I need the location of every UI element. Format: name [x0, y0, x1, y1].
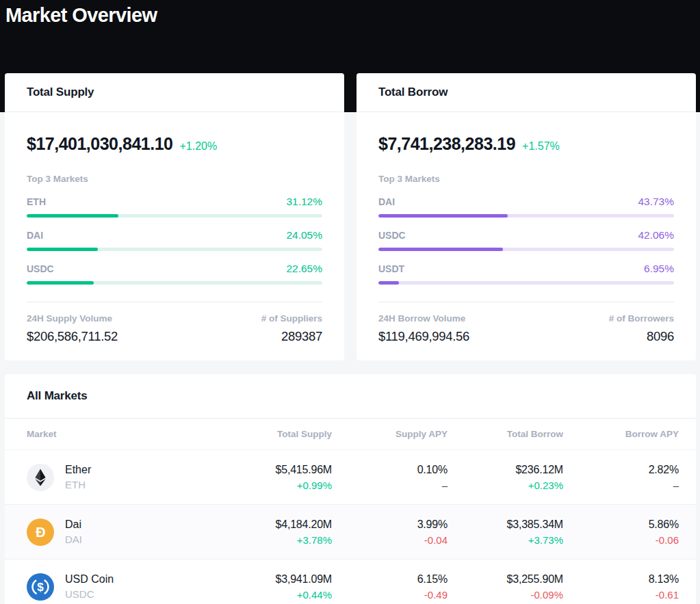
markets-table-header: Market Total Supply Supply APY Total Bor… — [5, 418, 696, 449]
borrow-bar-percent: 43.73% — [638, 196, 674, 208]
coin-name: Dai — [65, 518, 82, 531]
cell-supply-apy: 3.99% -0.04 — [332, 518, 448, 546]
cell-sub-value: – — [563, 480, 679, 491]
progress-bar-fill — [27, 214, 118, 218]
coin-names: Dai DAI — [65, 518, 82, 545]
total-borrow-change: +1.57% — [522, 140, 560, 153]
coin-names: Ether ETH — [65, 464, 91, 490]
borrow-bar-label-row: DAI 43.73% — [378, 196, 674, 208]
progress-bar-fill — [378, 214, 508, 218]
total-supply-card-body: $17,401,030,841.10 +1.20% Top 3 Markets … — [5, 134, 344, 344]
borrow-market-bar-dai: DAI 43.73% — [378, 196, 674, 218]
cell-sub-value: +3.78% — [216, 534, 332, 546]
usdc-icon: $ — [27, 573, 54, 601]
column-header-supply-apy: Supply APY — [332, 429, 448, 439]
total-borrow-headline: $7,741,238,283.19 +1.57% — [378, 134, 674, 154]
all-markets-card: All Markets Market Total Supply Supply A… — [5, 374, 696, 604]
all-markets-title: All Markets — [27, 389, 88, 403]
suppliers-count-label: # of Suppliers — [261, 313, 322, 324]
progress-bar-fill — [27, 281, 94, 285]
cell-sub-value: – — [332, 480, 448, 491]
borrow-volume-value: $119,469,994.56 — [378, 329, 469, 344]
progress-bar-track — [27, 281, 322, 285]
market-cell: $ USD Coin USDC — [27, 573, 216, 601]
cell-sub-value: +0.23% — [448, 480, 563, 491]
cell-borrow-apy: 5.86% -0.06 — [563, 518, 679, 546]
supply-bar-percent: 24.05% — [286, 229, 322, 241]
main-content: Total Supply $17,401,030,841.10 +1.20% T… — [0, 73, 700, 604]
cell-main-value: 0.10% — [332, 464, 448, 476]
borrow-stats: 24H Borrow Volume $119,469,994.56 # of B… — [378, 302, 674, 344]
supply-market-bar-usdc: USDC 22.65% — [27, 263, 322, 285]
supply-bar-symbol: USDC — [27, 263, 54, 274]
market-cell: Ð Dai DAI — [27, 518, 216, 546]
borrow-bar-symbol: USDT — [378, 263, 404, 274]
total-supply-change: +1.20% — [179, 140, 217, 153]
cell-main-value: 3.99% — [332, 518, 448, 531]
cell-main-value: $5,415.96M — [216, 464, 332, 476]
supply-volume-label: 24H Supply Volume — [27, 313, 118, 324]
coin-symbol: ETH — [65, 479, 91, 490]
total-supply-card-header: Total Supply — [5, 73, 344, 112]
table-row-usdc[interactable]: $ USD Coin USDC $3,941.09M +0.44% 6.15% … — [5, 559, 696, 604]
progress-bar-fill — [378, 281, 399, 285]
cell-total-supply: $3,941.09M +0.44% — [216, 573, 332, 601]
coin-symbol: DAI — [65, 534, 82, 545]
progress-bar-fill — [27, 248, 98, 251]
supply-bar-label-row: DAI 24.05% — [27, 229, 322, 241]
coin-symbol: USDC — [65, 588, 114, 600]
borrow-bar-label-row: USDT 6.95% — [378, 263, 674, 275]
column-header-total-borrow: Total Borrow — [448, 429, 563, 439]
eth-icon — [27, 464, 54, 491]
supply-bar-symbol: ETH — [27, 196, 46, 207]
cell-supply-apy: 0.10% – — [332, 464, 448, 491]
total-borrow-card-header: Total Borrow — [357, 73, 696, 112]
borrow-market-bar-usdt: USDT 6.95% — [378, 263, 674, 285]
cell-main-value: 8.13% — [563, 573, 679, 586]
supply-bar-percent: 22.65% — [286, 263, 322, 275]
cell-main-value: 5.86% — [563, 518, 679, 531]
cell-sub-value: +0.99% — [216, 480, 332, 491]
total-borrow-card: Total Borrow $7,741,238,283.19 +1.57% To… — [357, 73, 696, 360]
supply-volume-value: $206,586,711.52 — [27, 329, 118, 344]
column-header-total-supply: Total Supply — [216, 429, 332, 439]
total-supply-headline: $17,401,030,841.10 +1.20% — [27, 134, 322, 154]
cell-main-value: 6.15% — [332, 573, 448, 586]
borrowers-count-value: 8096 — [609, 329, 674, 344]
cell-supply-apy: 6.15% -0.49 — [332, 573, 448, 601]
cell-sub-value: -0.61 — [563, 589, 679, 601]
cell-main-value: $3,255.90M — [448, 573, 563, 586]
total-borrow-value: $7,741,238,283.19 — [378, 134, 515, 154]
progress-bar-track — [378, 281, 674, 285]
cell-main-value: $236.12M — [448, 464, 563, 476]
total-borrow-card-body: $7,741,238,283.19 +1.57% Top 3 Markets D… — [357, 134, 696, 344]
supply-volume-stat: 24H Supply Volume $206,586,711.52 — [27, 313, 118, 344]
cell-borrow-apy: 8.13% -0.61 — [563, 573, 679, 601]
borrowers-count-stat: # of Borrowers 8096 — [609, 313, 674, 344]
borrow-bar-symbol: USDC — [378, 230, 406, 241]
cell-total-borrow: $3,385.34M +3.73% — [448, 518, 563, 546]
cell-borrow-apy: 2.82% – — [563, 464, 679, 491]
cell-sub-value: -0.49 — [332, 589, 448, 601]
supply-bar-symbol: DAI — [27, 230, 43, 241]
borrow-top-markets-label: Top 3 Markets — [378, 174, 674, 184]
table-row-dai[interactable]: Ð Dai DAI $4,184.20M +3.78% 3.99% -0.04 … — [5, 504, 696, 559]
cell-sub-value: +3.73% — [448, 534, 563, 546]
column-header-borrow-apy: Borrow APY — [563, 429, 679, 439]
dai-icon: Ð — [27, 518, 54, 546]
cell-sub-value: -0.09% — [448, 589, 563, 601]
total-borrow-title: Total Borrow — [378, 86, 448, 99]
suppliers-count-value: 289387 — [261, 329, 322, 344]
progress-bar-track — [378, 248, 674, 251]
supply-top-markets-label: Top 3 Markets — [27, 174, 322, 184]
cell-total-supply: $5,415.96M +0.99% — [216, 464, 332, 491]
supply-stats: 24H Supply Volume $206,586,711.52 # of S… — [27, 302, 322, 344]
all-markets-title-band: All Markets — [5, 374, 696, 418]
progress-bar-track — [378, 214, 674, 218]
borrow-volume-label: 24H Borrow Volume — [378, 313, 469, 324]
table-row-eth[interactable]: Ether ETH $5,415.96M +0.99% 0.10% – $236… — [5, 449, 696, 504]
borrow-bar-percent: 42.06% — [638, 229, 674, 241]
cell-main-value: $3,385.34M — [448, 518, 563, 531]
cell-total-supply: $4,184.20M +3.78% — [216, 518, 332, 546]
svg-text:$: $ — [37, 581, 44, 594]
